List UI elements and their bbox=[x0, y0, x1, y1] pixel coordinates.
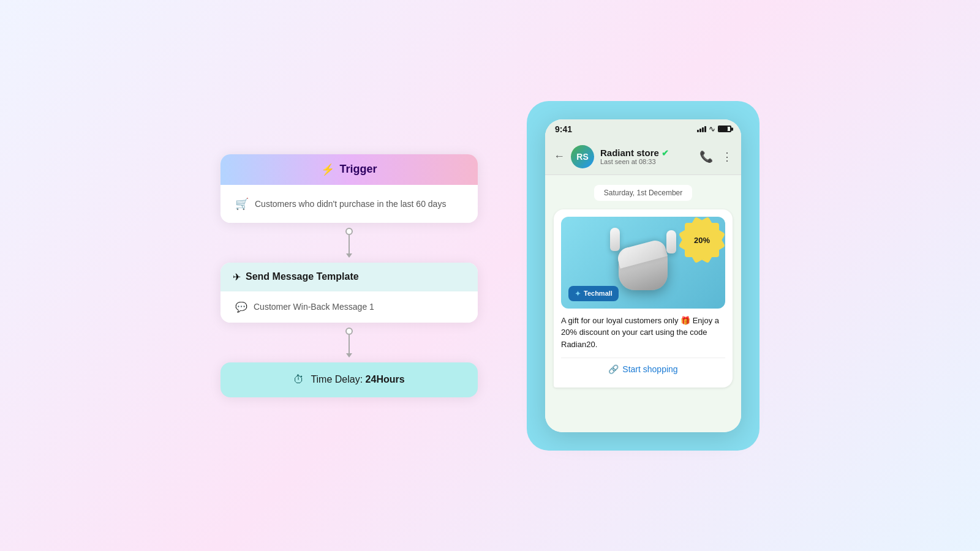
message-bubble: ✦ Techmall 20% A bbox=[554, 209, 733, 388]
header-actions: 📞 ⋮ bbox=[699, 150, 733, 163]
airpods-case-body bbox=[619, 247, 668, 290]
product-image: ✦ Techmall 20% bbox=[561, 217, 725, 309]
signal-bars bbox=[697, 126, 706, 132]
back-arrow-icon[interactable]: ← bbox=[554, 150, 565, 163]
discount-starburst: 20% bbox=[685, 223, 719, 257]
clock-icon: ⏱ bbox=[293, 373, 304, 386]
date-label: Saturday, 1st December bbox=[594, 185, 693, 201]
delay-label: Time Delay: 24Hours bbox=[311, 374, 404, 385]
status-time: 9:41 bbox=[555, 124, 572, 134]
message-title: Send Message Template bbox=[246, 271, 359, 282]
more-options-icon[interactable]: ⋮ bbox=[722, 150, 733, 163]
trigger-header: ⚡ Trigger bbox=[221, 154, 478, 185]
phone-panel: 9:41 ∿ bbox=[527, 101, 760, 451]
lightning-icon: ⚡ bbox=[321, 163, 334, 176]
main-container: ⚡ Trigger 🛒 Customers who didn't purchas… bbox=[0, 0, 980, 551]
airpods-illustration bbox=[619, 235, 668, 290]
connector-arrow-2 bbox=[346, 353, 352, 358]
send-icon: ✈ bbox=[233, 271, 241, 283]
brand-badge: ✦ Techmall bbox=[568, 286, 619, 301]
message-description: Customer Win-Back Message 1 bbox=[254, 302, 374, 312]
start-shopping-button[interactable]: 🔗 Start shopping bbox=[561, 358, 725, 380]
phone-mockup: 9:41 ∿ bbox=[545, 119, 741, 432]
signal-bar-1 bbox=[697, 130, 699, 132]
trigger-description: Customers who didn't purchase in the las… bbox=[255, 199, 446, 209]
avatar: RS bbox=[571, 145, 594, 168]
connector-line-1 bbox=[349, 235, 350, 253]
workflow-panel: ⚡ Trigger 🛒 Customers who didn't purchas… bbox=[221, 154, 478, 397]
cart-icon: 🛒 bbox=[235, 197, 249, 211]
message-text: A gift for our loyal customers only 🎁 En… bbox=[561, 315, 725, 351]
discount-label: 20% bbox=[694, 235, 710, 244]
brand-logo-icon: ✦ bbox=[575, 289, 581, 298]
connector-2 bbox=[345, 323, 353, 362]
message-bubble-icon: 💬 bbox=[235, 301, 247, 313]
message-header: ✈ Send Message Template bbox=[221, 263, 478, 291]
date-separator: Saturday, 1st December bbox=[554, 185, 733, 201]
contact-status: Last seen at 08:33 bbox=[600, 158, 693, 165]
signal-bar-4 bbox=[704, 126, 706, 132]
external-link-icon: 🔗 bbox=[608, 364, 619, 374]
trigger-body: 🛒 Customers who didn't purchase in the l… bbox=[221, 185, 478, 223]
airpod-left bbox=[610, 228, 620, 251]
trigger-title: Trigger bbox=[339, 163, 377, 176]
chat-header: ← RS Radiant store ✔ Last seen at 08:33 … bbox=[545, 139, 741, 175]
trigger-card[interactable]: ⚡ Trigger 🛒 Customers who didn't purchas… bbox=[221, 154, 478, 223]
connector-arrow-1 bbox=[346, 253, 352, 258]
battery-fill bbox=[719, 127, 728, 131]
connector-circle-top bbox=[345, 228, 353, 235]
contact-name: Radiant store ✔ bbox=[600, 148, 693, 158]
status-icons: ∿ bbox=[697, 124, 731, 133]
airpod-right bbox=[666, 230, 676, 253]
wifi-icon: ∿ bbox=[709, 124, 715, 133]
status-bar: 9:41 ∿ bbox=[545, 119, 741, 139]
connector-1 bbox=[345, 223, 353, 263]
chat-body: Saturday, 1st December bbox=[545, 175, 741, 432]
airpods-lid bbox=[616, 238, 668, 269]
signal-bar-3 bbox=[702, 127, 704, 132]
call-icon[interactable]: 📞 bbox=[699, 150, 713, 163]
cta-label: Start shopping bbox=[622, 364, 677, 374]
message-body: 💬 Customer Win-Back Message 1 bbox=[221, 291, 478, 323]
connector-line-2 bbox=[349, 335, 350, 353]
battery-icon bbox=[718, 126, 731, 132]
send-message-card[interactable]: ✈ Send Message Template 💬 Customer Win-B… bbox=[221, 263, 478, 323]
contact-info: Radiant store ✔ Last seen at 08:33 bbox=[600, 148, 693, 165]
time-delay-card[interactable]: ⏱ Time Delay: 24Hours bbox=[221, 362, 478, 397]
connector-circle-2 bbox=[345, 328, 353, 335]
signal-bar-2 bbox=[699, 129, 701, 132]
phone-background: 9:41 ∿ bbox=[527, 101, 760, 451]
brand-name: Techmall bbox=[584, 290, 612, 297]
verified-badge-icon: ✔ bbox=[662, 148, 669, 158]
